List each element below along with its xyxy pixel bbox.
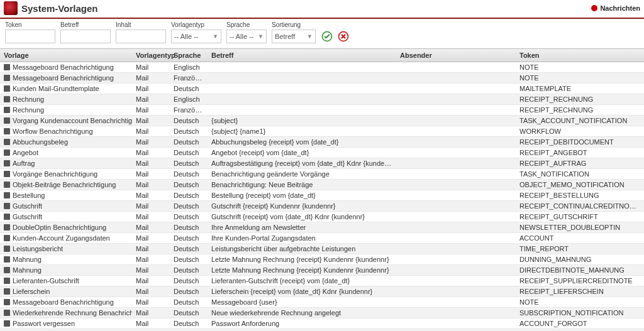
table-row[interactable]: Worflow BenachrichtigungMailDeutsch{subj… — [0, 126, 644, 137]
cell-sprache: Deutsch — [170, 286, 208, 296]
cell-sprache: Deutsch — [170, 137, 208, 147]
cell-betreff: Gutschrift {receipt} Kundennr {kundennr} — [208, 201, 396, 211]
table-row[interactable]: AbbuchungsbelegMailDeutschAbbuchungsbele… — [0, 137, 644, 148]
cell-absender — [396, 226, 516, 229]
cell-betreff: Lieferanten-Gutschrift {receipt} vom {da… — [208, 276, 396, 286]
table-row[interactable]: MahnungMailDeutschLetzte Mahnung Rechnun… — [0, 265, 644, 276]
news-button[interactable]: Nachrichten — [591, 4, 640, 12]
page-title: System-Vorlagen — [21, 3, 97, 14]
table-row[interactable]: AuftragMailDeutschAuftragsbestätigung {r… — [0, 158, 644, 169]
table-row[interactable]: LieferscheinMailDeutschLieferschein {rec… — [0, 286, 644, 297]
table-row[interactable]: Kunden Mail-GrundtemplateMailDeutschMAIL… — [0, 84, 644, 94]
table-row[interactable]: Messageboard BenachrichtigungMailDeutsch… — [0, 297, 644, 308]
template-icon — [4, 246, 10, 252]
table-row[interactable]: RechnungMailEnglischRECEIPT_RECHNUNG — [0, 94, 644, 105]
template-icon — [4, 128, 10, 134]
cell-typ: Mail — [132, 212, 170, 222]
cell-vorlage: Mahnung — [13, 256, 42, 263]
col-token[interactable]: Token — [516, 49, 641, 62]
table-row[interactable]: Wiederkehrende Rechnung Benachrichtigung… — [0, 308, 644, 318]
col-vorlagentyp[interactable]: Vorlagentyp — [132, 49, 170, 62]
table-row[interactable]: Objekt-Beiträge BenachrichtigungMailDeut… — [0, 180, 644, 190]
status-dot-icon — [591, 5, 597, 11]
cell-sprache: Französisch — [170, 105, 208, 115]
table-row[interactable]: Kunden-Account ZugangsdatenMailDeutschIh… — [0, 233, 644, 244]
col-sprache[interactable]: Sprache — [170, 49, 208, 62]
cell-token: RECEIPT_RECHNUNG — [516, 94, 641, 104]
template-icon — [4, 117, 10, 124]
filter-token-input[interactable] — [5, 30, 55, 43]
template-icon — [4, 149, 10, 156]
cell-token: RECEIPT_DEBITDOCUMENT — [516, 137, 641, 147]
cell-vorlage: Worflow Benachrichtigung — [13, 128, 93, 135]
cell-betreff: {subject} {name1} — [208, 126, 396, 136]
apply-filter-button[interactable] — [321, 30, 333, 43]
cell-sprache: Deutsch — [170, 244, 208, 254]
template-icon — [4, 299, 10, 305]
template-icon — [4, 214, 10, 220]
cell-token: RECEIPT_RECHNUNG — [516, 105, 641, 115]
filter-sortierung-select[interactable]: Betreff ▼ — [272, 30, 316, 43]
table-row[interactable]: RechnungMailFranzösischRECEIPT_RECHNUNG — [0, 105, 644, 116]
table-row[interactable]: Vorgang Kundenaccount BenachrichtigungMa… — [0, 116, 644, 126]
cell-token: TASK_ACCOUNT_NOTIFICATION — [516, 116, 641, 126]
cell-typ: Mail — [132, 222, 170, 232]
cell-absender — [396, 258, 516, 261]
cell-vorlage: Abbuchungsbeleg — [13, 138, 68, 146]
cell-absender — [396, 151, 516, 154]
col-absender[interactable]: Absender — [396, 49, 516, 62]
col-vorlage[interactable]: Vorlage — [0, 49, 132, 62]
table-row[interactable]: LeistungsberichtMailDeutschLeistungsberi… — [0, 244, 644, 254]
table-row[interactable]: MahnungMailDeutschLetzte Mahnung Rechnun… — [0, 254, 644, 265]
table-row[interactable]: Lieferanten-GutschriftMailDeutschLiefera… — [0, 276, 644, 286]
cell-typ: Mail — [132, 265, 170, 275]
cell-sprache: Deutsch — [170, 169, 208, 179]
cell-sprache: Deutsch — [170, 212, 208, 222]
filter-betreff-input[interactable] — [60, 30, 111, 43]
cell-token: ACCOUNT — [516, 233, 641, 243]
cell-typ: Mail — [132, 158, 170, 168]
cell-typ: Mail — [132, 116, 170, 126]
cell-sprache: Deutsch — [170, 254, 208, 264]
chevron-down-icon: ▼ — [258, 33, 264, 40]
cell-sprache: Englisch — [170, 94, 208, 104]
cell-sprache: Deutsch — [170, 190, 208, 200]
cell-vorlage: Wiederkehrende Rechnung Benachrichtigung — [13, 309, 132, 317]
table-row[interactable]: GutschriftMailDeutschGutschrift {receipt… — [0, 201, 644, 212]
cell-token: RECEIPT_GUTSCHRIFT — [516, 212, 641, 222]
filter-sprache-select[interactable]: -- Alle -- ▼ — [226, 30, 267, 43]
cell-token: RECEIPT_ANGEBOT — [516, 148, 641, 158]
filter-vorlagentyp-select[interactable]: -- Alle -- ▼ — [171, 30, 221, 43]
table-row[interactable]: GutschriftMailDeutschGutschrift {receipt… — [0, 212, 644, 222]
cell-vorlage: Objekt-Beiträge Benachrichtigung — [13, 181, 116, 188]
table-row[interactable]: DoubleOptin BenachrichtigungMailDeutschI… — [0, 222, 644, 233]
cell-betreff: Leistungsbericht über aufgebrachte Leist… — [208, 244, 396, 254]
table-row[interactable]: BestellungMailDeutschBestellung {receipt… — [0, 190, 644, 201]
cell-betreff: Abbuchungsbeleg {receipt} vom {date_dt} — [208, 137, 396, 147]
filter-inhalt-input[interactable] — [116, 30, 166, 43]
col-betreff[interactable]: Betreff — [208, 49, 396, 62]
cell-sprache: Deutsch — [170, 126, 208, 136]
filter-vorlagentyp: Vorlagentyp -- Alle -- ▼ — [171, 21, 221, 43]
table-row[interactable]: Vorgänge BenachrichtigungMailDeutschBena… — [0, 169, 644, 180]
chevron-down-icon: ▼ — [213, 33, 218, 40]
table-row[interactable]: Messageboard BenachrichtigungMailFranzös… — [0, 73, 644, 84]
template-icon — [4, 203, 10, 209]
template-icon — [4, 267, 10, 273]
filter-vorlagentyp-value: -- Alle -- — [174, 33, 199, 40]
table-row[interactable]: Passwort vergessenMailDeutschPasswort An… — [0, 318, 644, 329]
table-row[interactable]: AngebotMailDeutschAngebot {receipt} vom … — [0, 148, 644, 158]
cell-betreff: Messageboard {user} — [208, 297, 396, 307]
table-row[interactable]: Messageboard BenachrichtigungMailEnglisc… — [0, 62, 644, 73]
cell-vorlage: Rechnung — [13, 106, 44, 114]
cell-absender — [396, 215, 516, 218]
cell-token: RECEIPT_LIEFERSCHEIN — [516, 286, 641, 296]
filter-bar: Token Betreff Inhalt Vorlagentyp -- Alle… — [0, 19, 644, 48]
cell-sprache: Deutsch — [170, 222, 208, 232]
table-header: Vorlage Vorlagentyp Sprache Betreff Abse… — [0, 48, 644, 62]
cell-token: DIRECTDEBITNOTE_MAHNUNG — [516, 265, 641, 275]
cell-typ: Mail — [132, 190, 170, 200]
cell-betreff: Lieferschein {receipt} vom {date_dt} Kdn… — [208, 286, 396, 296]
cell-betreff — [208, 77, 396, 79]
clear-filter-button[interactable] — [337, 30, 350, 43]
